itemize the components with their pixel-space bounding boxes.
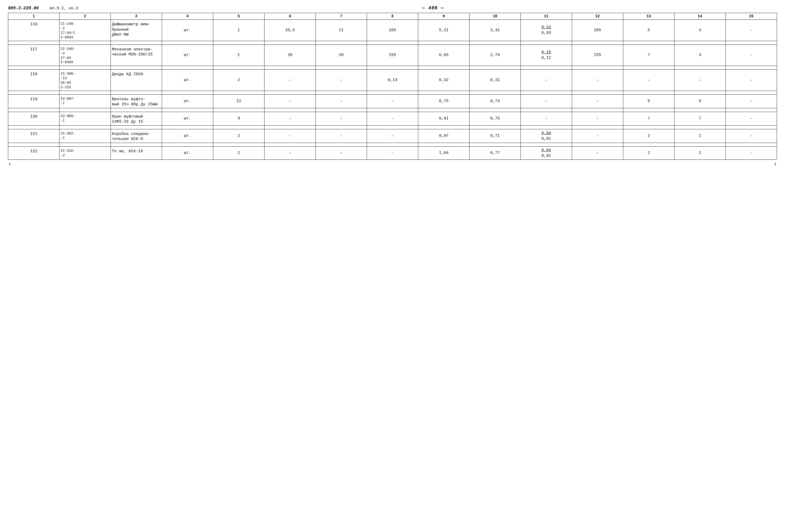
cell-col10: 0,73 [470, 95, 521, 108]
spacer-cell [572, 66, 623, 70]
cell-col5: 2 [213, 129, 264, 143]
spacer-cell [726, 108, 777, 112]
spacer-row [8, 143, 777, 147]
spacer-cell [367, 108, 418, 112]
cell-col9: 0,32 [418, 70, 470, 91]
doc-subtitle: Ал.9.I, кн.3 [49, 6, 78, 11]
spacer-cell [675, 143, 726, 147]
cell-col10: 3,42 [470, 20, 521, 41]
cell-description: Дифманометр мем- бранный ДМеУ-МИ [111, 20, 162, 41]
cell-unit: шт. [162, 129, 213, 143]
cell-col9: 0,8I [418, 112, 470, 125]
spacer-cell [213, 108, 264, 112]
main-table: 1 2 3 4 5 6 7 8 9 10 11 12 13 14 15 II6I… [8, 13, 777, 160]
spacer-cell [59, 143, 111, 147]
spacer-cell [213, 125, 264, 129]
cell-unit: шт. [162, 147, 213, 159]
cell-col8: 0,I3 [367, 70, 418, 91]
cell-row-num: I22 [8, 147, 59, 159]
cell-col10: 2,79 [470, 45, 521, 66]
cell-col12: – [572, 112, 623, 125]
cell-code: II-580- -I3 36-0б 2-225 [59, 70, 111, 91]
cell-col13: 5 [623, 20, 675, 41]
table-row: I20I2-809- -IКран муфтовый I4МI-I6 Ду I5… [8, 112, 777, 125]
table-row: II9I2-807- -IВентиль муфто- вый I5ч 8бр … [8, 95, 777, 108]
spacer-cell [264, 66, 316, 70]
spacer-cell [162, 108, 213, 112]
cell-col12: 285 [572, 20, 623, 41]
spacer-cell [418, 41, 470, 45]
col-header-1: 1 [8, 13, 59, 20]
spacer-cell [316, 108, 367, 112]
doc-number: 905-I-229.86 [8, 6, 39, 11]
spacer-cell [111, 125, 162, 129]
spacer-cell [726, 143, 777, 147]
cell-col5: I [213, 45, 264, 66]
spacer-cell [59, 66, 111, 70]
spacer-cell [264, 108, 316, 112]
spacer-row [8, 41, 777, 45]
cell-col8: – [367, 147, 418, 159]
cell-col14: 3 [675, 45, 726, 66]
cell-col7: – [316, 147, 367, 159]
spacer-cell [623, 66, 675, 70]
cell-code: II-532- -2 [59, 147, 111, 159]
cell-col11: – [521, 70, 572, 91]
spacer-cell [59, 41, 111, 45]
spacer-cell [623, 91, 675, 95]
spacer-cell [418, 125, 470, 129]
cell-unit: шт. [162, 45, 213, 66]
cell-col11: 0,220,03 [521, 20, 572, 41]
cell-col12: – [572, 147, 623, 159]
cell-col11: 0,040,0I [521, 129, 572, 143]
cell-col8: I55 [367, 45, 418, 66]
col-header-15: 15 [726, 13, 777, 20]
cell-col8: – [367, 112, 418, 125]
spacer-cell [111, 91, 162, 95]
spacer-cell [418, 66, 470, 70]
col-header-9: 9 [418, 13, 470, 20]
cell-col15: – [726, 129, 777, 143]
spacer-cell [316, 143, 367, 147]
spacer-cell [213, 91, 264, 95]
col-header-2: 2 [59, 13, 111, 20]
col-header-4: 4 [162, 13, 213, 20]
cell-col7: – [316, 70, 367, 91]
cell-col15: – [726, 45, 777, 66]
cell-col13: 7 [623, 45, 675, 66]
cell-col7: – [316, 112, 367, 125]
cell-col7: – [316, 95, 367, 108]
cell-col8: – [367, 129, 418, 143]
cell-col11: – [521, 112, 572, 125]
cell-col12: – [572, 95, 623, 108]
spacer-cell [726, 125, 777, 129]
spacer-cell [162, 41, 213, 45]
cell-code: I2-809- -I [59, 112, 111, 125]
cell-col8: – [367, 95, 418, 108]
spacer-cell [726, 66, 777, 70]
spacer-cell [162, 66, 213, 70]
spacer-cell [8, 143, 59, 147]
col-header-12: 12 [572, 13, 623, 20]
spacer-row [8, 108, 777, 112]
spacer-cell [367, 41, 418, 45]
cell-unit: шт. [162, 112, 213, 125]
spacer-cell [111, 143, 162, 147]
spacer-cell [316, 125, 367, 129]
spacer-cell [264, 41, 316, 45]
cell-code: II-249- -2 I7-04/I 2-0б94 [59, 20, 111, 41]
table-row: I22II-532- -2То же, КСК-I6шт.2–––I,040,7… [8, 147, 777, 159]
cell-col13: 7 [623, 112, 675, 125]
spacer-cell [726, 91, 777, 95]
cell-col15: – [726, 70, 777, 91]
spacer-cell [623, 41, 675, 45]
spacer-cell [264, 143, 316, 147]
cell-col13: 9 [623, 95, 675, 108]
spacer-cell [264, 91, 316, 95]
spacer-cell [521, 125, 572, 129]
spacer-cell [8, 66, 59, 70]
cell-col9: 6,63 [418, 45, 470, 66]
spacer-cell [470, 143, 521, 147]
cell-col6: – [264, 129, 316, 143]
spacer-cell [726, 41, 777, 45]
